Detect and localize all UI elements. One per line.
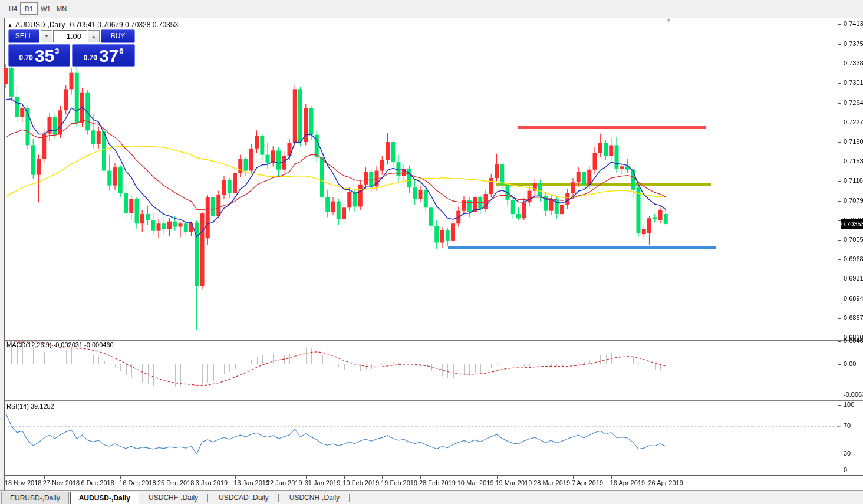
sell-button[interactable]: SELL — [8, 29, 39, 43]
price-axis-label: 0.73010 — [844, 79, 863, 86]
chart-ohlc-readout: 0.70541 0.70679 0.70328 0.70353 — [70, 21, 179, 29]
price-axis-label: 0.73380 — [844, 60, 863, 67]
chart-symbol-label: AUDUSD-,Daily — [15, 21, 65, 29]
date-axis-label: 7 Apr 2019 — [572, 479, 603, 486]
price-axis-label: 0.73750 — [844, 40, 863, 47]
price-axis-label: 0.70050 — [844, 236, 863, 243]
sell-price-panel[interactable]: 0.70353 — [8, 44, 70, 67]
timeframe-button-d1[interactable]: D1 — [20, 2, 38, 15]
date-axis-label: 25 Dec 2018 — [157, 479, 194, 486]
price-axis-label: 0.68570 — [844, 314, 863, 321]
date-axis-label: 16 Dec 2018 — [119, 479, 156, 486]
macd-axis-top: 0.004694 — [844, 337, 863, 344]
rsi-value: 39.1252 — [31, 403, 54, 410]
date-axis-label: 31 Jan 2019 — [305, 479, 341, 486]
symbol-tab-eurusd[interactable]: EURUSD-,Daily — [1, 492, 69, 504]
tab-separator — [207, 494, 208, 502]
price-axis-label: 0.71530 — [844, 157, 863, 164]
symbol-tab-usdcnh[interactable]: USDCNH-,Daily — [281, 492, 348, 504]
sell-price-pip: 3 — [55, 47, 59, 55]
timeframe-toolbar: H4D1W1MN — [0, 0, 863, 17]
macd-name: MACD(12,26,9) — [6, 341, 51, 348]
rsi-axis-label: 0 — [844, 466, 847, 473]
current-price-badge: 0.70353 — [841, 219, 863, 229]
date-axis-label: 28 Feb 2019 — [419, 479, 456, 486]
volume-decrease-button[interactable]: ▾ — [41, 30, 52, 42]
price-axis-label: 0.72270 — [844, 118, 863, 126]
date-axis-label: 13 Jan 2019 — [234, 479, 270, 486]
price-axis-label: 0.71900 — [844, 138, 863, 145]
chart-title: ▲AUDUSD-,Daily0.70541 0.70679 0.70328 0.… — [8, 21, 178, 29]
volume-increase-button[interactable]: ▴ — [88, 30, 100, 42]
date-axis-label: 28 Mar 2019 — [533, 479, 570, 486]
chart-shift-marker-icon[interactable]: ▼ — [666, 17, 672, 24]
date-axis-label: 26 Apr 2019 — [648, 479, 683, 486]
macd-indicator-label: MACD(12,26,9) -0.002031 -0.000460 — [6, 341, 114, 348]
date-axis-label: 18 Nov 2018 — [5, 479, 41, 486]
date-axis-label: 22 Jan 2019 — [266, 479, 302, 486]
date-axis-label: 6 Dec 2018 — [81, 479, 114, 486]
trade-controls-row: SELL ▾ ▴ BUY — [8, 29, 135, 43]
macd-axis-bottom: -0.00639 — [844, 391, 863, 398]
date-axis-label: 10 Mar 2019 — [457, 479, 494, 486]
timeframe-button-h4[interactable]: H4 — [4, 2, 22, 15]
rsi-indicator-label: RSI(14) 39.1252 — [6, 403, 54, 410]
price-axis-label: 0.70790 — [844, 197, 863, 204]
mt5-window: H4D1W1MN ▲AUDUSD-,Daily0.70541 0.70679 0… — [0, 0, 863, 504]
timeframe-button-mn[interactable]: MN — [52, 2, 71, 15]
price-chart-canvas[interactable] — [0, 0, 863, 504]
buy-price-pip: 6 — [119, 47, 123, 55]
symbol-tab-usdcad[interactable]: USDCAD-,Daily — [210, 492, 277, 504]
date-axis-label: 27 Nov 2018 — [43, 479, 80, 486]
sell-price-prefix: 0.70 — [19, 54, 33, 62]
rsi-axis-label: 70 — [844, 422, 851, 429]
date-axis-label: 16 Apr 2019 — [610, 479, 645, 486]
symbol-tab-usdchf[interactable]: USDCHF-,Daily — [140, 492, 206, 504]
price-axis-label: 0.71160 — [844, 177, 863, 184]
buy-price-big: 37 — [99, 48, 118, 64]
one-click-trading-panel: SELL ▾ ▴ BUY 0.70353 0.70376 — [8, 29, 135, 67]
date-axis-label: 3 Jan 2019 — [196, 479, 228, 486]
toolbar-divider — [68, 1, 68, 16]
buy-price-panel[interactable]: 0.70376 — [72, 44, 135, 67]
tab-separator — [349, 494, 350, 502]
macd-values: -0.002031 -0.000460 — [53, 341, 113, 348]
rsi-axis-label: 100 — [844, 401, 854, 408]
price-axis-label: 0.69310 — [844, 275, 863, 282]
price-axis-label: 0.69680 — [844, 255, 863, 262]
date-axis-label: 19 Mar 2019 — [496, 479, 532, 486]
date-axis-label: 10 Feb 2019 — [343, 479, 380, 486]
tab-separator — [278, 494, 279, 502]
symbol-tab-bar: EURUSD-,DailyAUDUSD-,DailyUSDCHF-,DailyU… — [0, 490, 863, 504]
price-axis-label: 0.72640 — [844, 99, 863, 106]
price-axis-label: 0.74130 — [844, 20, 863, 27]
price-axis-label: 0.68940 — [844, 295, 863, 302]
volume-input[interactable] — [53, 30, 87, 42]
rsi-axis-label: 30 — [844, 450, 851, 457]
symbol-tab-audusd[interactable]: AUDUSD-,Daily — [70, 492, 139, 504]
buy-button[interactable]: BUY — [101, 29, 135, 43]
symbol-expand-icon[interactable]: ▲ — [8, 22, 12, 28]
buy-price-prefix: 0.70 — [84, 54, 97, 62]
sell-price-big: 35 — [35, 48, 54, 64]
date-axis-label: 19 Feb 2019 — [381, 479, 417, 486]
macd-axis-zero: 0.00 — [844, 360, 856, 367]
rsi-name: RSI(14) — [6, 403, 29, 410]
